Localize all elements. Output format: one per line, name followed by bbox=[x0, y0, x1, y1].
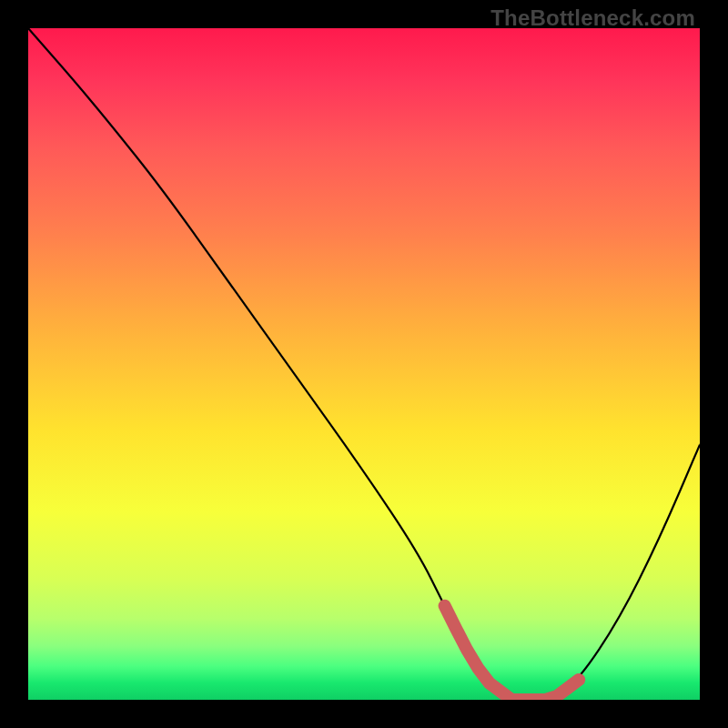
plot-area bbox=[28, 28, 700, 700]
optimal-range-marker bbox=[445, 606, 580, 700]
curve-svg bbox=[28, 28, 700, 700]
chart-frame: TheBottleneck.com bbox=[0, 0, 728, 728]
bottleneck-curve-line bbox=[28, 28, 700, 700]
watermark-text: TheBottleneck.com bbox=[490, 5, 695, 31]
